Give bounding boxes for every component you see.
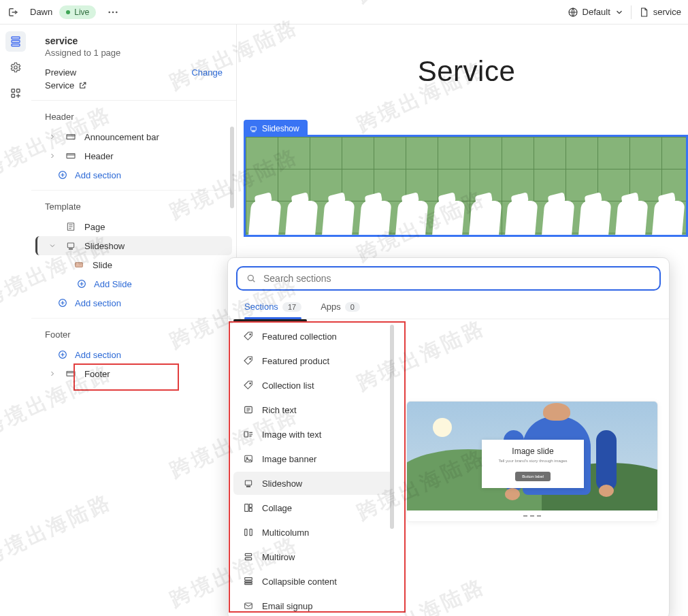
section-header[interactable]: Header <box>35 146 232 165</box>
popover-scrollbar[interactable] <box>390 325 394 529</box>
section-label: Footer <box>84 369 110 379</box>
preview-value[interactable]: Service <box>45 80 74 91</box>
chevron-right-icon <box>48 152 56 160</box>
section-icon <box>65 150 76 161</box>
section-list: Featured collection Featured product Col… <box>228 319 398 616</box>
add-section-footer[interactable]: Add section <box>35 345 232 364</box>
section-label: Announcement bar <box>84 132 159 142</box>
scrollbar-handle[interactable] <box>230 127 234 208</box>
section-slideshow[interactable]: Slideshow <box>35 236 232 255</box>
section-option-email-signup[interactable]: Email signup <box>233 594 393 616</box>
topbar-divider <box>631 5 632 19</box>
more-button[interactable] <box>103 2 123 22</box>
nav-settings-button[interactable] <box>5 57 26 78</box>
multirow-icon <box>243 551 254 562</box>
gear-icon <box>10 61 22 74</box>
preview-label: Preview <box>45 67 76 78</box>
option-label: Email signup <box>262 601 312 611</box>
chevron-right-icon <box>48 133 56 141</box>
add-section-header[interactable]: Add section <box>35 165 232 184</box>
exit-icon <box>7 6 19 18</box>
sections-icon <box>10 35 22 48</box>
option-label: Featured product <box>262 356 329 366</box>
slideshow-preview[interactable] <box>244 135 688 237</box>
live-badge: Live <box>59 5 96 19</box>
live-dot-icon <box>66 10 70 14</box>
block-slide[interactable]: Slide <box>35 255 232 274</box>
option-label: Multicolumn <box>262 528 309 538</box>
exit-button[interactable] <box>3 2 23 22</box>
option-label: Collection list <box>262 380 314 391</box>
preview-overlay-button: Button label <box>515 472 551 481</box>
plus-circle-icon <box>57 297 68 308</box>
tab-sections-count: 17 <box>282 302 301 312</box>
live-badge-text: Live <box>74 7 89 17</box>
search-input[interactable] <box>263 273 651 284</box>
tab-apps[interactable]: Apps 0 <box>321 302 360 319</box>
section-option-collection-list[interactable]: Collection list <box>233 374 393 397</box>
option-label: Rich text <box>262 405 297 415</box>
chevron-right-icon <box>48 370 56 378</box>
locale-selector[interactable]: Default <box>568 7 624 18</box>
group-header-label: Header <box>31 109 236 127</box>
section-option-image-with-text[interactable]: Image with text <box>233 423 393 446</box>
tag-icon <box>243 331 254 342</box>
add-section-template[interactable]: Add section <box>35 293 232 312</box>
section-option-multicolumn[interactable]: Multicolumn <box>233 521 393 544</box>
plus-circle-icon <box>57 169 68 180</box>
page-name: service <box>45 35 223 46</box>
page-heading: Service <box>245 55 688 88</box>
image-text-icon <box>243 429 254 440</box>
theme-name-label: Dawn <box>30 7 52 17</box>
section-option-rich-text[interactable]: Rich text <box>233 398 393 421</box>
external-link-icon[interactable] <box>78 81 87 90</box>
section-option-multirow[interactable]: Multirow <box>233 545 393 568</box>
section-icon <box>65 131 76 142</box>
plus-circle-icon <box>76 278 87 289</box>
section-icon <box>65 368 76 379</box>
page-assignment: Assigned to 1 page <box>45 48 223 58</box>
section-label: Page <box>84 222 105 232</box>
change-link[interactable]: Change <box>191 67 223 78</box>
preview-pagination <box>407 510 657 521</box>
tag-icon <box>243 380 254 391</box>
section-label: Header <box>84 151 114 161</box>
apps-icon <box>10 87 22 99</box>
section-footer[interactable]: Footer <box>35 364 232 383</box>
section-page[interactable]: Page <box>35 217 232 236</box>
section-option-collage[interactable]: Collage <box>233 496 393 519</box>
option-label: Multirow <box>262 552 295 562</box>
sidebar: service Assigned to 1 page Preview Chang… <box>31 25 237 616</box>
preview-overlay: Image slide Tell your brand's story thro… <box>482 440 584 488</box>
nav-apps-button[interactable] <box>5 83 26 103</box>
preview-card: Image slide Tell your brand's story thro… <box>406 401 658 522</box>
section-option-collapsible-content[interactable]: Collapsible content <box>233 570 393 593</box>
preview-image-fg <box>246 180 686 235</box>
section-option-featured-product[interactable]: Featured product <box>233 349 393 372</box>
document-icon <box>638 7 649 18</box>
top-bar: Dawn Live Default service <box>0 0 688 25</box>
section-preview-pane: Image slide Tell your brand's story thro… <box>398 319 669 616</box>
left-rail <box>0 25 31 616</box>
section-option-featured-collection[interactable]: Featured collection <box>233 325 393 348</box>
nav-sections-button[interactable] <box>5 31 26 52</box>
search-icon <box>246 273 257 284</box>
chevron-down-icon <box>615 7 624 17</box>
search-wrap <box>236 266 661 291</box>
plus-circle-icon <box>57 349 68 360</box>
option-label: Slideshow <box>262 479 302 489</box>
section-option-image-banner[interactable]: Image banner <box>233 447 393 470</box>
section-option-slideshow[interactable]: Slideshow <box>233 472 393 495</box>
popover-body: Featured collection Featured product Col… <box>228 319 669 616</box>
globe-icon <box>568 7 578 18</box>
group-footer: Footer Add section Footer <box>31 319 236 389</box>
tab-sections[interactable]: Sections 17 <box>244 302 301 319</box>
section-announcement-bar[interactable]: Announcement bar <box>35 127 232 146</box>
slideshow-icon <box>243 478 254 489</box>
page-info-panel: service Assigned to 1 page Preview Chang… <box>31 25 236 101</box>
tag-icon <box>243 355 254 366</box>
option-label: Featured collection <box>262 331 337 342</box>
add-slide[interactable]: Add Slide <box>35 274 232 293</box>
add-section-label: Add section <box>75 170 121 180</box>
template-indicator[interactable]: service <box>638 7 681 18</box>
